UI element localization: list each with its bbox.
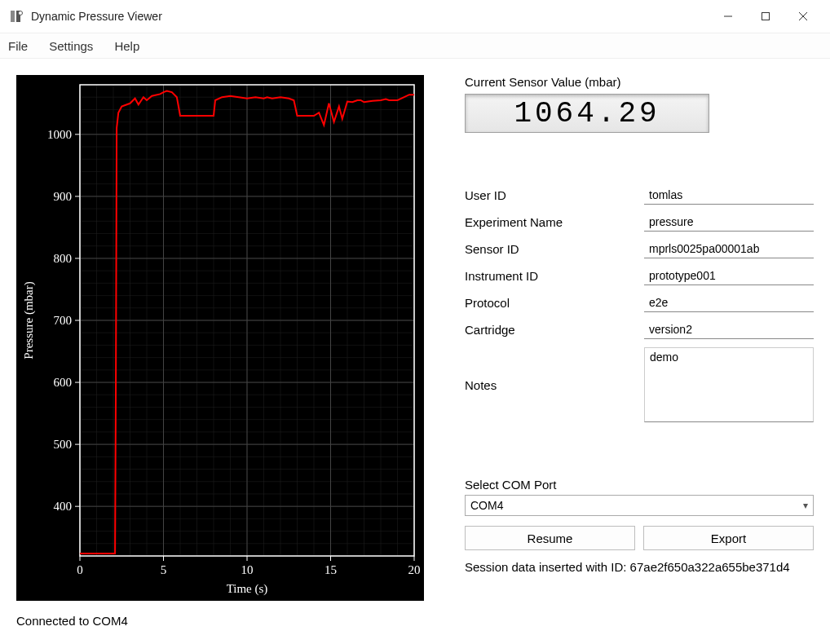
svg-text:Time (s): Time (s) (227, 582, 268, 596)
chevron-down-icon: ▾ (803, 500, 808, 511)
menubar: File Settings Help (0, 33, 830, 59)
svg-text:1000: 1000 (47, 128, 72, 141)
close-button[interactable] (784, 0, 822, 33)
window-title: Dynamic Pressure Viewer (31, 10, 162, 23)
sensor-id-label: Sensor ID (465, 242, 644, 256)
instrument-id-input[interactable] (644, 267, 814, 285)
protocol-label: Protocol (465, 296, 644, 310)
com-port-select[interactable]: COM4 ▾ (465, 495, 814, 516)
svg-text:5: 5 (161, 563, 167, 576)
svg-text:500: 500 (54, 438, 73, 451)
menu-settings[interactable]: Settings (46, 36, 96, 56)
svg-text:800: 800 (54, 252, 73, 265)
com-port-label: Select COM Port (465, 478, 814, 492)
minimize-button[interactable] (709, 0, 747, 33)
connection-status: Connected to COM4 (16, 614, 424, 628)
session-status: Session data inserted with ID: 67ae2f650… (465, 560, 814, 574)
sensor-value-label: Current Sensor Value (mbar) (465, 75, 814, 89)
cartridge-input[interactable] (644, 320, 814, 339)
svg-text:700: 700 (54, 314, 73, 327)
menu-file[interactable]: File (5, 36, 31, 56)
com-port-selected: COM4 (470, 499, 503, 512)
maximize-button[interactable] (747, 0, 784, 33)
svg-text:0: 0 (77, 563, 83, 576)
svg-text:15: 15 (324, 563, 337, 576)
instrument-id-label: Instrument ID (465, 269, 644, 283)
menu-help[interactable]: Help (111, 36, 143, 56)
experiment-name-label: Experiment Name (465, 215, 644, 229)
notes-input[interactable] (644, 347, 814, 422)
svg-point-2 (19, 11, 23, 15)
notes-label: Notes (465, 378, 644, 392)
export-button[interactable]: Export (643, 526, 814, 550)
svg-text:10: 10 (241, 563, 254, 576)
sensor-id-input[interactable] (644, 240, 814, 258)
pressure-chart[interactable]: 051015204005006007008009001000Time (s)Pr… (16, 75, 424, 601)
resume-button[interactable]: Resume (465, 526, 635, 550)
svg-rect-4 (762, 13, 770, 20)
titlebar: Dynamic Pressure Viewer (0, 0, 830, 33)
experiment-name-input[interactable] (644, 213, 814, 232)
app-icon (8, 8, 24, 24)
sensor-value-display: 1064.29 (465, 94, 709, 133)
cartridge-label: Cartridge (465, 323, 644, 337)
svg-text:900: 900 (54, 190, 73, 203)
svg-rect-7 (16, 75, 424, 601)
svg-rect-0 (11, 11, 15, 22)
svg-text:20: 20 (408, 563, 421, 576)
user-id-input[interactable] (644, 186, 814, 205)
svg-text:Pressure (mbar): Pressure (mbar) (22, 281, 36, 359)
user-id-label: User ID (465, 188, 644, 202)
svg-text:400: 400 (54, 500, 73, 513)
protocol-input[interactable] (644, 293, 814, 312)
svg-text:600: 600 (54, 376, 73, 389)
